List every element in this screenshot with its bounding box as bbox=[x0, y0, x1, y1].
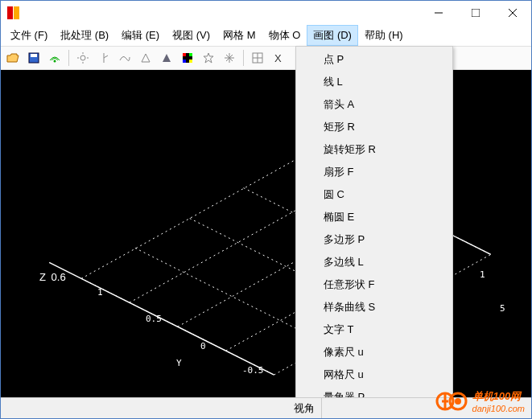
menu-item-pixelruler[interactable]: 像素尺 u bbox=[298, 341, 451, 364]
menu-file[interactable]: 文件 (F) bbox=[4, 25, 54, 46]
svg-rect-15 bbox=[183, 53, 186, 56]
menu-item-rect[interactable]: 矩形 R bbox=[298, 116, 451, 138]
menu-object[interactable]: 物体 O bbox=[262, 25, 307, 46]
svg-point-9 bbox=[80, 55, 85, 60]
menu-item-text[interactable]: 文字 T bbox=[298, 318, 451, 341]
menu-item-point[interactable]: 点 P bbox=[298, 48, 451, 71]
menu-item-arrow[interactable]: 箭头 A bbox=[298, 93, 451, 116]
svg-rect-0 bbox=[7, 6, 13, 19]
menu-help[interactable]: 帮助 (H) bbox=[358, 25, 410, 46]
watermark: 单机100网 danji100.com bbox=[435, 389, 525, 413]
menu-grid[interactable]: 网格 M bbox=[217, 25, 262, 46]
sun-icon[interactable] bbox=[74, 49, 92, 67]
menu-item-freeform[interactable]: 任意形状 F bbox=[298, 273, 451, 296]
tick-y-05: 0.5 bbox=[146, 314, 162, 324]
menu-bar: 文件 (F) 批处理 (B) 编辑 (E) 视图 (V) 网格 M 物体 O 画… bbox=[1, 25, 531, 46]
svg-point-43 bbox=[455, 398, 461, 405]
maximize-button[interactable] bbox=[457, 1, 494, 25]
svg-rect-17 bbox=[183, 60, 186, 63]
menu-edit[interactable]: 编辑 (E) bbox=[115, 25, 166, 46]
menu-item-ellipse[interactable]: 椭圆 E bbox=[298, 206, 451, 228]
axis-y-label: Y bbox=[176, 358, 182, 368]
save-icon[interactable] bbox=[25, 49, 43, 67]
menu-item-polygon[interactable]: 多边形 P bbox=[298, 228, 451, 251]
menu-item-line[interactable]: 线 L bbox=[298, 71, 451, 93]
tick-y-m05: -0.5 bbox=[242, 365, 264, 376]
draw-dropdown-menu: 点 P 线 L 箭头 A 矩形 R 旋转矩形 R 扇形 F 圆 C 椭圆 E 多… bbox=[295, 46, 453, 419]
menu-batch[interactable]: 批处理 (B) bbox=[54, 25, 115, 46]
title-bar bbox=[1, 1, 531, 25]
tick-x-5: 5 bbox=[500, 303, 505, 314]
star-icon[interactable] bbox=[200, 49, 217, 67]
svg-rect-3 bbox=[472, 9, 480, 17]
svg-rect-16 bbox=[189, 53, 192, 56]
watermark-url: danji100.com bbox=[472, 404, 525, 413]
primitive-icon[interactable] bbox=[137, 49, 155, 67]
menu-item-spline[interactable]: 样条曲线 S bbox=[298, 296, 451, 318]
compass-icon[interactable] bbox=[95, 49, 113, 67]
menu-view[interactable]: 视图 (V) bbox=[166, 25, 217, 46]
status-viewangle: 视角 bbox=[287, 398, 322, 418]
menu-draw[interactable]: 画图 (D) bbox=[307, 25, 358, 46]
close-button[interactable] bbox=[494, 1, 531, 25]
grid-icon[interactable] bbox=[249, 49, 266, 67]
shaded-icon[interactable] bbox=[158, 49, 175, 67]
svg-rect-1 bbox=[14, 6, 19, 19]
menu-item-rotrect[interactable]: 旋转矩形 R bbox=[298, 138, 451, 161]
rainbow-icon[interactable] bbox=[179, 49, 196, 67]
menu-item-gridruler[interactable]: 网格尺 u bbox=[298, 364, 451, 386]
axis-z-label: Z 0.6 bbox=[39, 271, 66, 283]
menu-item-circle[interactable]: 圆 C bbox=[298, 183, 451, 206]
tick-x-1: 1 bbox=[480, 269, 485, 280]
svg-text:X: X bbox=[274, 52, 282, 64]
menu-item-sector[interactable]: 扇形 F bbox=[298, 161, 451, 183]
menu-item-polyline[interactable]: 多边线 L bbox=[298, 251, 451, 273]
sparkle-icon[interactable] bbox=[221, 49, 238, 67]
axis-x-icon[interactable]: X bbox=[270, 49, 287, 67]
watermark-brand: 单机100网 bbox=[472, 389, 525, 404]
svg-point-8 bbox=[54, 60, 56, 63]
separator bbox=[68, 50, 69, 66]
open-icon[interactable] bbox=[4, 49, 22, 67]
surface-icon[interactable] bbox=[116, 49, 134, 67]
tick-y-0: 0 bbox=[200, 341, 206, 351]
app-logo-icon bbox=[7, 6, 20, 19]
svg-rect-18 bbox=[189, 60, 192, 63]
wireless-icon[interactable] bbox=[46, 49, 64, 67]
minimize-button[interactable] bbox=[420, 1, 457, 25]
watermark-logo-icon bbox=[435, 389, 468, 413]
tick-y-1: 1 bbox=[97, 287, 103, 298]
svg-rect-7 bbox=[31, 54, 37, 57]
separator bbox=[243, 50, 244, 66]
